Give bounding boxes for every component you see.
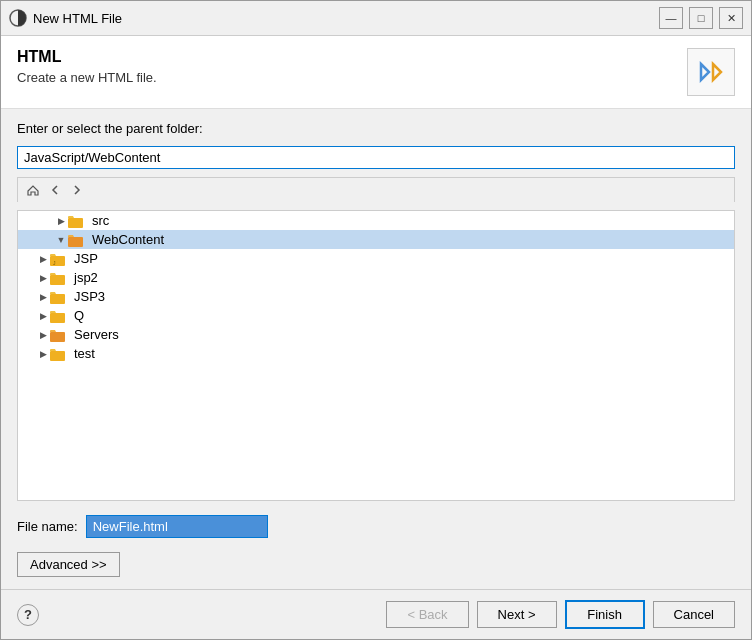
folder-icon-jsp: J	[50, 252, 70, 266]
header-subtitle: Create a new HTML file.	[17, 70, 157, 85]
main-content: Enter or select the parent folder: ▶	[1, 109, 751, 589]
folder-icon-src	[68, 214, 88, 228]
tree-home-button[interactable]	[24, 181, 42, 199]
tree-item-src[interactable]: ▶ src	[18, 211, 734, 230]
svg-rect-7	[50, 275, 65, 285]
expand-arrow-jsp3: ▶	[36, 292, 50, 302]
svg-rect-11	[50, 351, 65, 361]
tree-item-q[interactable]: ▶ Q	[18, 306, 734, 325]
next-button[interactable]: Next >	[477, 601, 557, 628]
expand-arrow-webcontent: ▼	[54, 235, 68, 245]
expand-arrow-servers: ▶	[36, 330, 50, 340]
svg-rect-4	[68, 237, 83, 247]
header-icon	[687, 48, 735, 96]
folder-icon-webcontent	[68, 233, 88, 247]
filename-label: File name:	[17, 519, 78, 534]
maximize-button[interactable]: □	[689, 7, 713, 29]
tree-item-jsp3[interactable]: ▶ JSP3	[18, 287, 734, 306]
dialog-header: HTML Create a new HTML file.	[1, 36, 751, 109]
expand-arrow-test: ▶	[36, 349, 50, 359]
help-button[interactable]: ?	[17, 604, 39, 626]
header-title: HTML	[17, 48, 157, 66]
tree-item-servers[interactable]: ▶ Servers	[18, 325, 734, 344]
tree-label-servers: Servers	[74, 327, 119, 342]
window-title: New HTML File	[33, 11, 653, 26]
folder-icon-q	[50, 309, 70, 323]
filename-section: File name:	[17, 509, 735, 540]
tree-label-src: src	[92, 213, 109, 228]
expand-arrow-jsp2: ▶	[36, 273, 50, 283]
svg-rect-10	[50, 332, 65, 342]
svg-marker-2	[713, 64, 721, 80]
header-text-area: HTML Create a new HTML file.	[17, 48, 157, 85]
tree-item-jsp[interactable]: ▶ J JSP	[18, 249, 734, 268]
folder-label: Enter or select the parent folder:	[17, 121, 735, 136]
finish-button[interactable]: Finish	[565, 600, 645, 629]
folder-icon-jsp3	[50, 290, 70, 304]
expand-arrow-src: ▶	[54, 216, 68, 226]
svg-rect-3	[68, 218, 83, 228]
tree-item-test[interactable]: ▶ test	[18, 344, 734, 363]
folder-icon-test	[50, 347, 70, 361]
svg-rect-9	[50, 313, 65, 323]
tree-item-jsp2[interactable]: ▶ jsp2	[18, 268, 734, 287]
app-icon	[9, 9, 27, 27]
filename-input[interactable]	[86, 515, 268, 538]
folder-path-input[interactable]	[17, 146, 735, 169]
expand-arrow-q: ▶	[36, 311, 50, 321]
folder-icon-jsp2	[50, 271, 70, 285]
minimize-button[interactable]: —	[659, 7, 683, 29]
tree-label-q: Q	[74, 308, 84, 323]
tree-label-jsp: JSP	[74, 251, 98, 266]
tree-label-jsp3: JSP3	[74, 289, 105, 304]
tree-wrapper: ▶ src ▼ WebContent	[17, 210, 735, 501]
back-button[interactable]: < Back	[386, 601, 468, 628]
tree-label-test: test	[74, 346, 95, 361]
tree-label-jsp2: jsp2	[74, 270, 98, 285]
expand-arrow-jsp: ▶	[36, 254, 50, 264]
svg-rect-8	[50, 294, 65, 304]
advanced-button[interactable]: Advanced >>	[17, 552, 120, 577]
folder-icon-servers	[50, 328, 70, 342]
tree-forward-button[interactable]	[68, 181, 86, 199]
close-button[interactable]: ✕	[719, 7, 743, 29]
cancel-button[interactable]: Cancel	[653, 601, 735, 628]
titlebar: New HTML File — □ ✕	[1, 1, 751, 36]
bottom-bar: ? < Back Next > Finish Cancel	[1, 589, 751, 639]
tree-back-button[interactable]	[46, 181, 64, 199]
tree-label-webcontent: WebContent	[92, 232, 164, 247]
tree-item-webcontent[interactable]: ▼ WebContent	[18, 230, 734, 249]
tree-toolbar	[17, 177, 735, 202]
folder-tree[interactable]: ▶ src ▼ WebContent	[17, 210, 735, 501]
svg-marker-1	[701, 64, 709, 80]
